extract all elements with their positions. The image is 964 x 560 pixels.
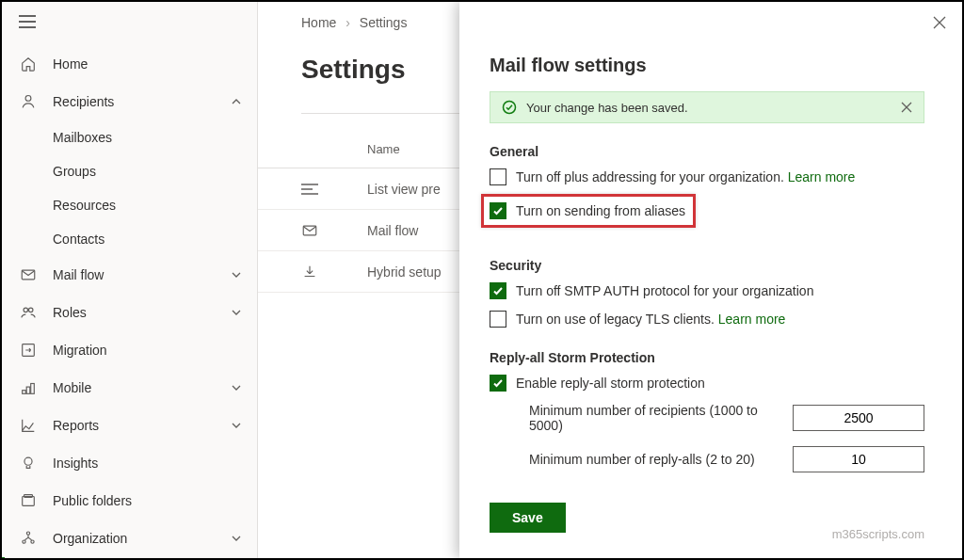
sidebar-label: Roles xyxy=(53,305,231,320)
svg-rect-5 xyxy=(23,391,26,394)
svg-point-12 xyxy=(23,540,25,543)
home-icon xyxy=(19,55,38,73)
sidebar-item-reports[interactable]: Reports xyxy=(2,407,257,444)
chevron-down-icon xyxy=(231,269,242,280)
sidebar-item-mobile[interactable]: Mobile xyxy=(2,369,257,407)
chevron-up-icon xyxy=(231,96,242,107)
breadcrumb-current: Settings xyxy=(360,15,408,30)
sidebar-item-public-folders[interactable]: Public folders xyxy=(2,482,257,520)
chevron-down-icon xyxy=(231,533,242,544)
save-button[interactable]: Save xyxy=(490,503,566,533)
breadcrumb-separator: › xyxy=(345,15,350,30)
checkbox-legacy-tls[interactable] xyxy=(490,311,506,328)
svg-rect-7 xyxy=(31,384,35,394)
sidebar-label: Insights xyxy=(53,456,242,471)
alert-message: Your change has been saved. xyxy=(526,101,901,115)
dismiss-alert-button[interactable] xyxy=(901,102,912,113)
sidebar-item-home[interactable]: Home xyxy=(2,45,257,83)
section-general: General xyxy=(490,144,924,159)
roles-icon xyxy=(19,303,38,322)
checkbox-plus-addressing[interactable] xyxy=(490,168,506,185)
sidebar-item-settings[interactable]: Settings xyxy=(2,557,257,558)
min-recipients-label: Minimum number of recipients (1000 to 50… xyxy=(490,403,793,433)
svg-point-11 xyxy=(26,532,29,535)
mail-icon xyxy=(301,222,367,239)
breadcrumb-home[interactable]: Home xyxy=(301,15,336,30)
mobile-icon xyxy=(19,378,38,397)
sidebar-label: Recipients xyxy=(53,94,231,109)
user-icon xyxy=(19,92,38,111)
svg-point-2 xyxy=(24,308,28,312)
flyout-panel: Mail flow settings Your change has been … xyxy=(459,2,962,558)
sidebar-label: Home xyxy=(53,56,242,72)
insights-icon xyxy=(19,454,38,472)
sidebar-label: Mobile xyxy=(53,380,231,395)
hamburger-button[interactable] xyxy=(2,2,257,36)
sidebar-label: Migration xyxy=(53,343,242,358)
svg-point-13 xyxy=(31,540,34,543)
learn-more-link[interactable]: Learn more xyxy=(718,312,786,327)
download-icon xyxy=(301,264,367,280)
sidebar-item-organization[interactable]: Organization xyxy=(2,520,257,557)
sidebar: Home Recipients Mailboxes Groups Resourc… xyxy=(2,2,258,558)
sidebar-sub-resources[interactable]: Resources xyxy=(2,188,257,222)
section-storm: Reply-all Storm Protection xyxy=(490,350,924,365)
svg-point-3 xyxy=(28,308,33,312)
learn-more-link[interactable]: Learn more xyxy=(788,169,856,184)
mail-icon xyxy=(19,265,38,284)
sidebar-sub-contacts[interactable]: Contacts xyxy=(2,222,257,256)
watermark: m365scripts.com xyxy=(832,527,924,541)
checkbox-smtp-auth[interactable] xyxy=(490,282,506,299)
sidebar-label: Organization xyxy=(53,531,231,546)
checkbox-storm-protection[interactable] xyxy=(490,375,506,392)
chevron-down-icon xyxy=(231,382,242,393)
close-button[interactable] xyxy=(932,15,947,30)
svg-point-0 xyxy=(25,96,31,102)
sidebar-label: Reports xyxy=(53,418,231,433)
checkbox-sending-aliases[interactable] xyxy=(490,202,506,219)
svg-point-8 xyxy=(24,457,32,465)
min-replyall-input[interactable] xyxy=(793,446,924,472)
min-replyall-label: Minimum number of reply-alls (2 to 20) xyxy=(490,452,793,467)
svg-rect-6 xyxy=(26,387,30,393)
org-icon xyxy=(19,529,38,548)
sidebar-label: Mail flow xyxy=(53,267,231,282)
sidebar-sub-mailboxes[interactable]: Mailboxes xyxy=(2,120,257,154)
highlight-box: Turn on sending from aliases xyxy=(481,194,696,228)
sidebar-item-insights[interactable]: Insights xyxy=(2,444,257,482)
sidebar-item-migration[interactable]: Migration xyxy=(2,331,257,369)
section-security: Security xyxy=(490,258,924,273)
sidebar-sub-groups[interactable]: Groups xyxy=(2,154,257,188)
check-circle-icon xyxy=(502,100,517,115)
sidebar-item-roles[interactable]: Roles xyxy=(2,294,257,331)
success-alert: Your change has been saved. xyxy=(490,91,924,123)
list-icon xyxy=(301,183,367,196)
chevron-down-icon xyxy=(231,307,242,318)
reports-icon xyxy=(19,416,38,435)
chevron-down-icon xyxy=(231,420,242,431)
column-name: Name xyxy=(367,142,400,156)
sidebar-item-recipients[interactable]: Recipients xyxy=(2,83,257,120)
migration-icon xyxy=(19,341,38,360)
panel-title: Mail flow settings xyxy=(490,55,924,76)
folders-icon xyxy=(19,491,38,510)
sidebar-item-mailflow[interactable]: Mail flow xyxy=(2,256,257,294)
sidebar-label: Public folders xyxy=(53,493,242,508)
min-recipients-input[interactable] xyxy=(793,405,924,431)
